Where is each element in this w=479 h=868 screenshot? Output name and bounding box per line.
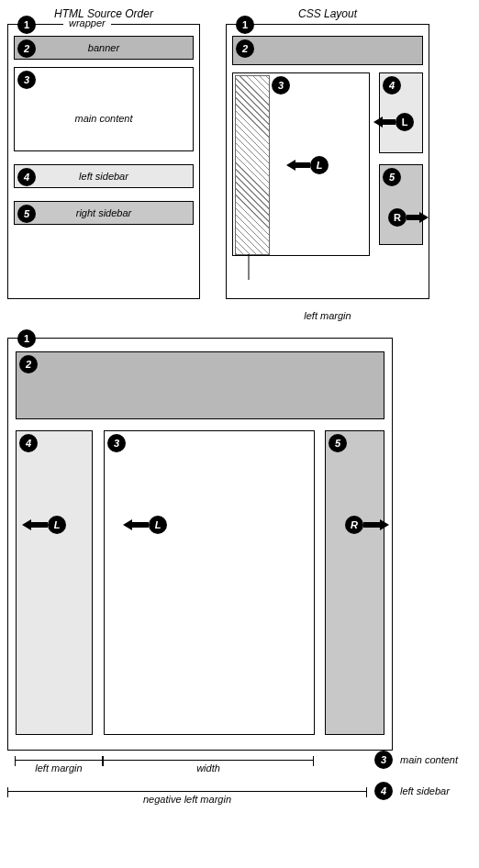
trail-label-left-sidebar: left sidebar — [400, 785, 450, 796]
big-arrow-left-sidebar: L — [22, 516, 66, 534]
leader-line — [249, 254, 251, 282]
badge-5b: 5 — [383, 168, 401, 186]
badge-1b: 1 — [236, 16, 254, 34]
badge-2c: 2 — [19, 355, 38, 373]
big-arrow-right-sidebar: R — [345, 516, 389, 534]
result-panel: 1 2 4 L 3 L 5 R — [7, 338, 393, 751]
trail-label-main: main content — [400, 754, 458, 765]
arrow-badge-R2: R — [345, 516, 363, 534]
big-banner: 2 — [16, 351, 384, 419]
badge-4: 4 — [17, 168, 36, 186]
arrow-badge-R1: R — [388, 208, 407, 227]
big-main: 3 L — [104, 430, 315, 735]
badge-2b: 2 — [236, 39, 254, 58]
left-sidebar-label: left sidebar — [79, 171, 128, 182]
src-left-sidebar: 4 left sidebar — [14, 164, 194, 188]
right-sidebar-label: right sidebar — [76, 207, 132, 218]
css-banner: 2 — [232, 36, 423, 65]
title-css-layout: CSS Layout — [226, 7, 429, 20]
arrow-badge-L4: L — [149, 516, 167, 534]
top-row: wrapper 1 2 banner 3 main content 4 left… — [7, 24, 472, 299]
wrapper-label: wrapper — [63, 17, 111, 28]
src-right-sidebar: 5 right sidebar — [14, 201, 194, 225]
dim-left-margin: left margin — [15, 760, 103, 761]
html-source-panel: wrapper 1 2 banner 3 main content 4 left… — [7, 24, 200, 299]
left-margin-caption: left margin — [226, 310, 429, 321]
badge-1: 1 — [17, 16, 36, 34]
badge-4c: 4 — [19, 434, 38, 452]
main-content-label: main content — [75, 113, 133, 124]
dimensions-left-sidebar: negative left margin 4 left sidebar — [7, 785, 472, 813]
dim-width: width — [103, 760, 314, 761]
trail-badge-3: 3 — [374, 751, 393, 769]
css-right-sidebar: 5 — [379, 164, 423, 245]
arrow-right-sidebar: R — [388, 208, 429, 227]
arrow-left-sidebar: L — [373, 113, 414, 131]
trail-badge-4: 4 — [374, 782, 393, 800]
big-right-sidebar: 5 R — [325, 430, 384, 735]
src-banner: 2 banner — [14, 36, 194, 60]
css-layout-panel: 1 2 3 L 4 L 5 R — [226, 24, 429, 299]
left-margin-hatch — [235, 75, 270, 255]
badge-2: 2 — [17, 39, 36, 58]
badge-3b: 3 — [272, 76, 290, 95]
arrow-badge-L3: L — [48, 516, 66, 534]
badge-5c: 5 — [329, 434, 347, 452]
src-main: 3 main content — [14, 67, 194, 151]
badge-1c: 1 — [17, 329, 36, 348]
big-arrow-main: L — [123, 516, 167, 534]
banner-label: banner — [88, 42, 119, 53]
badge-3: 3 — [17, 71, 36, 89]
badge-3c: 3 — [107, 434, 126, 452]
dimensions-main: left margin width 3 main content — [7, 754, 472, 782]
arrow-badge-L1: L — [310, 156, 329, 174]
badge-5: 5 — [17, 205, 36, 223]
arrow-badge-L2: L — [395, 113, 414, 131]
css-main: 3 L — [232, 72, 370, 256]
dim-negative-left-margin: negative left margin — [7, 791, 367, 792]
arrow-main-left: L — [286, 156, 329, 174]
big-left-sidebar: 4 L — [16, 430, 93, 735]
badge-4b: 4 — [383, 76, 401, 95]
